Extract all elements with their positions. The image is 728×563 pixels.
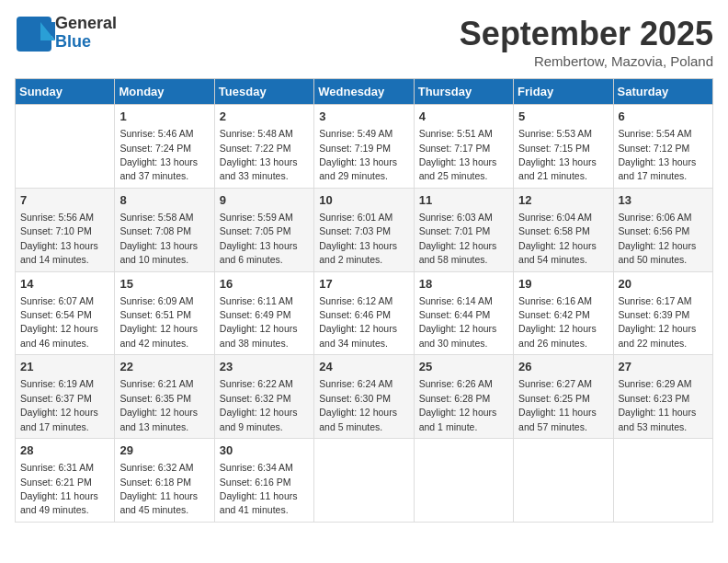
day-info: Sunrise: 6:21 AMSunset: 6:35 PMDaylight:… — [119, 378, 198, 431]
day-number: 22 — [119, 359, 209, 375]
logo: General Blue — [15, 15, 117, 52]
day-info: Sunrise: 6:19 AMSunset: 6:37 PMDaylight:… — [20, 378, 98, 431]
day-number: 10 — [319, 192, 408, 209]
day-of-week-header: Wednesday — [314, 79, 414, 105]
day-info: Sunrise: 6:03 AMSunset: 7:01 PMDaylight:… — [419, 212, 497, 265]
day-number: 11 — [419, 192, 508, 209]
calendar-cell: 12Sunrise: 6:04 AMSunset: 6:58 PMDayligh… — [514, 188, 613, 271]
calendar-cell: 29Sunrise: 6:32 AMSunset: 6:18 PMDayligh… — [115, 439, 214, 523]
calendar-cell: 30Sunrise: 6:34 AMSunset: 6:16 PMDayligh… — [214, 439, 313, 523]
day-number: 19 — [518, 276, 608, 293]
day-info: Sunrise: 6:12 AMSunset: 6:46 PMDaylight:… — [319, 295, 397, 349]
day-number: 2 — [220, 109, 309, 125]
title-block: September 2025 Rembertow, Mazovia, Polan… — [460, 15, 713, 69]
day-of-week-header: Thursday — [414, 79, 513, 105]
day-info: Sunrise: 5:59 AMSunset: 7:05 PMDaylight:… — [220, 212, 298, 265]
day-of-week-header: Monday — [115, 79, 214, 105]
day-info: Sunrise: 6:31 AMSunset: 6:21 PMDaylight:… — [20, 462, 98, 515]
location-subtitle: Rembertow, Mazovia, Poland — [460, 53, 713, 69]
day-of-week-header: Saturday — [613, 79, 712, 105]
day-number: 3 — [319, 109, 408, 125]
calendar-cell: 8Sunrise: 5:58 AMSunset: 7:08 PMDaylight… — [115, 188, 214, 271]
logo-blue: Blue — [55, 33, 117, 52]
day-number: 8 — [119, 192, 209, 209]
calendar-cell — [16, 105, 115, 189]
day-info: Sunrise: 6:09 AMSunset: 6:51 PMDaylight:… — [119, 295, 198, 349]
calendar-cell: 5Sunrise: 5:53 AMSunset: 7:15 PMDaylight… — [514, 105, 613, 189]
day-info: Sunrise: 6:24 AMSunset: 6:30 PMDaylight:… — [319, 378, 397, 431]
calendar-cell: 28Sunrise: 6:31 AMSunset: 6:21 PMDayligh… — [16, 439, 115, 523]
calendar-cell: 16Sunrise: 6:11 AMSunset: 6:49 PMDayligh… — [214, 271, 313, 355]
day-info: Sunrise: 6:04 AMSunset: 6:58 PMDaylight:… — [518, 212, 597, 265]
calendar-cell: 13Sunrise: 6:06 AMSunset: 6:56 PMDayligh… — [613, 188, 712, 271]
calendar-cell: 15Sunrise: 6:09 AMSunset: 6:51 PMDayligh… — [115, 271, 214, 355]
calendar-cell — [514, 439, 613, 523]
calendar-cell: 26Sunrise: 6:27 AMSunset: 6:25 PMDayligh… — [514, 355, 613, 439]
day-number: 7 — [20, 192, 109, 209]
day-number: 29 — [119, 442, 209, 459]
calendar-cell: 7Sunrise: 5:56 AMSunset: 7:10 PMDaylight… — [16, 188, 115, 271]
calendar-cell: 25Sunrise: 6:26 AMSunset: 6:28 PMDayligh… — [414, 355, 513, 439]
calendar-cell: 6Sunrise: 5:54 AMSunset: 7:12 PMDaylight… — [613, 105, 712, 189]
calendar-cell — [613, 439, 712, 523]
day-number: 23 — [220, 359, 309, 375]
calendar-cell: 22Sunrise: 6:21 AMSunset: 6:35 PMDayligh… — [115, 355, 214, 439]
calendar-cell: 10Sunrise: 6:01 AMSunset: 7:03 PMDayligh… — [314, 188, 414, 271]
logo-general: General — [55, 15, 117, 33]
day-number: 14 — [20, 276, 109, 293]
day-of-week-header: Sunday — [16, 79, 115, 105]
calendar-cell — [314, 439, 414, 523]
day-of-week-header: Tuesday — [214, 79, 313, 105]
day-number: 5 — [518, 109, 608, 125]
calendar-week-row: 14Sunrise: 6:07 AMSunset: 6:54 PMDayligh… — [16, 271, 713, 355]
calendar-cell: 9Sunrise: 5:59 AMSunset: 7:05 PMDaylight… — [214, 188, 313, 271]
day-info: Sunrise: 6:29 AMSunset: 6:23 PMDaylight:… — [619, 378, 697, 431]
calendar-cell: 2Sunrise: 5:48 AMSunset: 7:22 PMDaylight… — [214, 105, 313, 189]
day-info: Sunrise: 6:22 AMSunset: 6:32 PMDaylight:… — [220, 378, 298, 431]
day-number: 21 — [20, 359, 109, 375]
day-number: 1 — [119, 109, 209, 125]
calendar-cell: 1Sunrise: 5:46 AMSunset: 7:24 PMDaylight… — [115, 105, 214, 189]
day-info: Sunrise: 5:54 AMSunset: 7:12 PMDaylight:… — [619, 128, 697, 181]
day-info: Sunrise: 5:48 AMSunset: 7:22 PMDaylight:… — [220, 128, 298, 181]
calendar-week-row: 21Sunrise: 6:19 AMSunset: 6:37 PMDayligh… — [16, 355, 713, 439]
calendar-cell: 18Sunrise: 6:14 AMSunset: 6:44 PMDayligh… — [414, 271, 513, 355]
calendar-cell: 20Sunrise: 6:17 AMSunset: 6:39 PMDayligh… — [613, 271, 712, 355]
day-of-week-header: Friday — [514, 79, 613, 105]
calendar-cell: 27Sunrise: 6:29 AMSunset: 6:23 PMDayligh… — [613, 355, 712, 439]
calendar-week-row: 1Sunrise: 5:46 AMSunset: 7:24 PMDaylight… — [16, 105, 713, 189]
calendar-cell — [414, 439, 513, 523]
day-info: Sunrise: 6:07 AMSunset: 6:54 PMDaylight:… — [20, 295, 98, 349]
day-number: 13 — [619, 192, 708, 209]
day-number: 15 — [119, 276, 209, 293]
calendar-cell: 24Sunrise: 6:24 AMSunset: 6:30 PMDayligh… — [314, 355, 414, 439]
day-number: 18 — [419, 276, 508, 293]
day-info: Sunrise: 6:06 AMSunset: 6:56 PMDaylight:… — [619, 212, 697, 265]
day-number: 9 — [220, 192, 309, 209]
day-info: Sunrise: 6:34 AMSunset: 6:16 PMDaylight:… — [220, 462, 298, 515]
day-number: 30 — [220, 442, 309, 459]
day-info: Sunrise: 5:51 AMSunset: 7:17 PMDaylight:… — [419, 128, 497, 181]
day-info: Sunrise: 6:17 AMSunset: 6:39 PMDaylight:… — [619, 295, 697, 349]
day-number: 17 — [319, 276, 408, 293]
day-info: Sunrise: 5:53 AMSunset: 7:15 PMDaylight:… — [518, 128, 597, 181]
day-number: 20 — [619, 276, 708, 293]
day-number: 16 — [220, 276, 309, 293]
day-number: 27 — [619, 359, 708, 375]
day-number: 25 — [419, 359, 508, 375]
day-info: Sunrise: 5:49 AMSunset: 7:19 PMDaylight:… — [319, 128, 397, 181]
day-info: Sunrise: 6:16 AMSunset: 6:42 PMDaylight:… — [518, 295, 597, 349]
day-info: Sunrise: 5:58 AMSunset: 7:08 PMDaylight:… — [119, 212, 198, 265]
day-info: Sunrise: 6:32 AMSunset: 6:18 PMDaylight:… — [119, 462, 198, 515]
calendar-week-row: 28Sunrise: 6:31 AMSunset: 6:21 PMDayligh… — [16, 439, 713, 523]
day-number: 24 — [319, 359, 408, 375]
calendar-week-row: 7Sunrise: 5:56 AMSunset: 7:10 PMDaylight… — [16, 188, 713, 271]
calendar-cell: 17Sunrise: 6:12 AMSunset: 6:46 PMDayligh… — [314, 271, 414, 355]
day-info: Sunrise: 6:14 AMSunset: 6:44 PMDaylight:… — [419, 295, 497, 349]
logo-icon — [15, 15, 51, 52]
calendar-cell: 4Sunrise: 5:51 AMSunset: 7:17 PMDaylight… — [414, 105, 513, 189]
calendar-cell: 14Sunrise: 6:07 AMSunset: 6:54 PMDayligh… — [16, 271, 115, 355]
day-number: 12 — [518, 192, 608, 209]
day-info: Sunrise: 6:27 AMSunset: 6:25 PMDaylight:… — [518, 378, 597, 431]
calendar-cell: 3Sunrise: 5:49 AMSunset: 7:19 PMDaylight… — [314, 105, 414, 189]
